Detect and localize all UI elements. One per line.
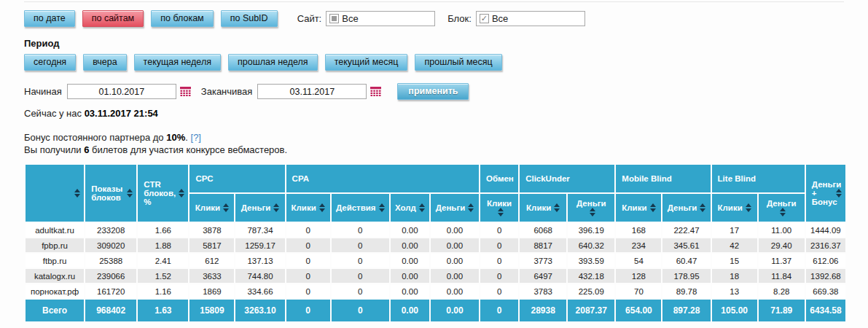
table-cell: 0 — [286, 238, 330, 252]
sort-icon[interactable] — [179, 189, 184, 198]
tab-by-date[interactable]: по дате — [24, 10, 75, 27]
clickunder-clicks-header: Клики — [520, 194, 566, 222]
table-cell: 225.09 — [568, 284, 614, 298]
table-cell: 309020 — [85, 238, 136, 252]
tab-by-sites[interactable]: по сайтам — [82, 10, 144, 27]
table-cell: 233208 — [85, 223, 136, 237]
stats-table: Показы блоков CTR блоков, % CPC CPA Обме… — [24, 163, 847, 323]
table-cell: 0 — [332, 269, 389, 283]
row-label: adultkat.ru — [26, 223, 84, 237]
row-label: katalogx.ru — [26, 269, 84, 283]
cpc-money-header: Деньги — [235, 194, 284, 222]
sort-icon[interactable] — [127, 189, 133, 198]
group-header-cpc: CPC — [189, 165, 284, 192]
table-cell: 0.00 — [431, 300, 479, 321]
sort-icon[interactable] — [780, 208, 786, 216]
tab-by-subid[interactable]: по SubID — [221, 10, 278, 27]
table-cell: 222.47 — [662, 223, 710, 237]
group-header-mobile-blind: Mobile Blind — [616, 165, 710, 192]
table-cell: 60.47 — [662, 254, 710, 268]
bonus-block: Бонус постоянного партнера до 10%. [?] В… — [24, 131, 868, 156]
block-filter-select[interactable]: ✓ Все — [476, 11, 585, 26]
sort-icon[interactable] — [223, 203, 229, 212]
period-last-week-button[interactable]: прошлая неделя — [228, 54, 318, 71]
table-cell: 432.18 — [568, 269, 614, 283]
group-header-cpa: CPA — [286, 165, 479, 192]
sort-icon[interactable] — [700, 203, 705, 212]
table-cell: 0 — [286, 269, 330, 283]
sort-icon[interactable] — [836, 189, 842, 198]
period-yesterday-button[interactable]: вчера — [83, 54, 126, 71]
site-filter-label: Сайт: — [297, 13, 322, 24]
end-date-input[interactable] — [257, 84, 367, 99]
sort-icon[interactable] — [554, 203, 560, 212]
total-money-column-header: Деньги + Бонус — [806, 165, 845, 222]
row-label: Всего — [26, 300, 84, 321]
table-cell: 0 — [480, 300, 518, 321]
table-body: adultkat.ru2332081.663878787.34000.000.0… — [26, 223, 845, 321]
table-cell: 612.06 — [806, 254, 845, 268]
calendar-icon[interactable] — [180, 87, 191, 96]
sort-icon[interactable] — [273, 203, 279, 212]
period-today-button[interactable]: сегодня — [24, 54, 76, 71]
table-cell: 8.28 — [759, 284, 805, 298]
sort-icon[interactable] — [74, 189, 80, 198]
table-cell: 744.80 — [235, 269, 284, 283]
tickets-value: 6 — [84, 144, 89, 155]
table-cell: 0 — [332, 300, 389, 321]
sort-icon[interactable] — [650, 203, 656, 212]
table-cell: 105.00 — [712, 300, 757, 321]
table-cell: 15 — [712, 254, 757, 268]
sort-icon[interactable] — [468, 203, 474, 212]
sort-icon[interactable] — [590, 208, 595, 216]
clickunder-money-header: Деньги — [568, 194, 614, 222]
cpa-clicks-header: Клики — [286, 194, 330, 222]
cpa-hold-header: Холд — [391, 194, 429, 222]
table-cell: 0.00 — [431, 238, 479, 252]
sort-icon[interactable] — [419, 203, 425, 212]
table-cell: 5817 — [189, 238, 234, 252]
table-cell: 6434.58 — [806, 300, 845, 321]
sort-icon[interactable] — [498, 208, 504, 216]
table-cell: 787.34 — [235, 223, 284, 237]
period-current-week-button[interactable]: текущая неделя — [134, 54, 221, 71]
table-cell: 239066 — [85, 269, 136, 283]
table-cell: 1869 — [189, 284, 234, 298]
group-header-obmen: Обмен — [480, 165, 518, 192]
table-cell: 11.00 — [759, 223, 805, 237]
table-cell: 2.41 — [138, 254, 188, 268]
tickets-suffix: билетов для участия конкурсе вебмастеров… — [92, 144, 287, 155]
period-last-month-button[interactable]: прошлый месяц — [415, 54, 501, 71]
table-cell: 0 — [480, 254, 518, 268]
table-cell: 18 — [712, 269, 757, 283]
table-cell: 234 — [616, 238, 661, 252]
table-cell: 1.16 — [138, 284, 188, 298]
row-label: fpbp.ru — [26, 238, 84, 252]
tab-by-blocks[interactable]: по блокам — [151, 10, 213, 27]
sort-icon[interactable] — [746, 203, 751, 212]
apply-button[interactable]: применить — [397, 83, 469, 100]
table-cell: 2087.37 — [568, 300, 614, 321]
date-range-row: Начиная Заканчивая — [24, 83, 868, 100]
table-cell: 3263.10 — [235, 300, 284, 321]
row-label: ftbp.ru — [26, 254, 84, 268]
sort-icon[interactable] — [379, 203, 385, 212]
period-current-month-button[interactable]: текущий месяц — [325, 54, 408, 71]
table-cell: 669.38 — [806, 284, 845, 298]
cpa-money-header: Деньги — [431, 194, 479, 222]
start-date-input[interactable] — [67, 84, 176, 99]
bonus-help-link[interactable]: [?] — [191, 132, 201, 143]
lite-clicks-header: Клики — [712, 194, 757, 222]
site-filter-select[interactable]: Все — [326, 11, 435, 26]
checkbox-checked-icon: ✓ — [480, 14, 489, 23]
table-cell: 2316.37 — [806, 238, 845, 252]
calendar-icon[interactable] — [370, 87, 381, 96]
obmen-clicks-header: Клики — [480, 194, 518, 222]
table-cell: 89.78 — [662, 284, 710, 298]
table-cell: 0 — [480, 223, 518, 237]
sort-icon[interactable] — [319, 203, 325, 212]
table-cell: 15809 — [189, 300, 234, 321]
table-cell: 70 — [616, 284, 661, 298]
table-cell: 968402 — [85, 300, 136, 321]
table-cell: 8817 — [520, 238, 566, 252]
